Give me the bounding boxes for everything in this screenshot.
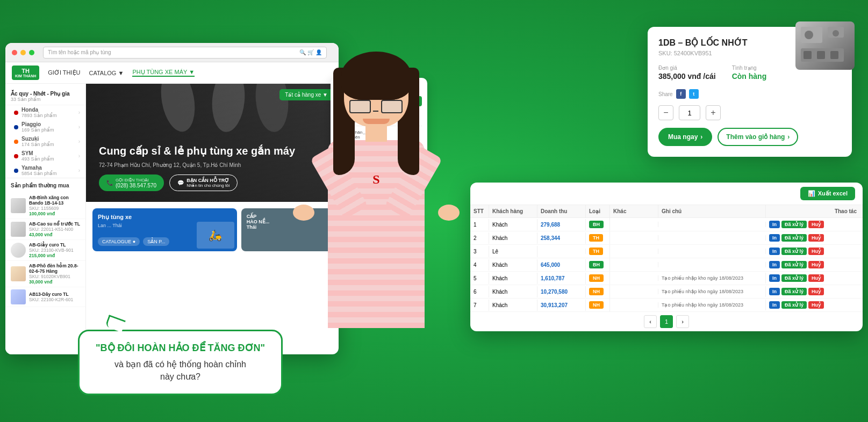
print-button[interactable]: In: [769, 288, 780, 295]
sidebar-yamaha[interactable]: Yamaha 5854 Sản phẩm ›: [5, 163, 85, 178]
list-item[interactable]: AB13-Dây curo TL SKU: 22100-K2R-601: [5, 287, 85, 307]
quantity-increase-button[interactable]: +: [706, 105, 721, 120]
browser-bar: Tìm tên hoặc mã phụ tùng 🔍 🛒 👤: [5, 43, 339, 62]
catalog-card-other[interactable]: CẤPHÀO NỀ...Thái: [241, 208, 332, 251]
table-row: 1 Nhân viên A ...: [336, 128, 422, 147]
cancel-button[interactable]: Huỷ: [808, 221, 824, 228]
customer-cell: Khách: [489, 259, 537, 271]
export-excel-button[interactable]: 📊 Xuất excel: [800, 187, 855, 200]
twitter-share-icon[interactable]: t: [689, 89, 699, 99]
processed-button[interactable]: Đã xử lý: [781, 288, 807, 295]
extra-cell: [610, 235, 658, 241]
quantity-input[interactable]: 1: [679, 105, 700, 120]
actions-cell: In Đã xử lý Huỷ: [766, 299, 860, 311]
nav-item-catalog[interactable]: CATALOG ▼: [89, 70, 124, 76]
extra-cell: [610, 249, 658, 254]
customer-cell: Khách: [489, 219, 537, 230]
actions-cell: In Đã xử lý Huỷ: [766, 285, 860, 298]
sidebar-piaggio[interactable]: Piaggio 169 Sản phẩm ›: [5, 120, 85, 134]
print-button[interactable]: In: [769, 274, 780, 282]
buy-now-button[interactable]: Mua ngay ›: [658, 128, 712, 146]
amount-cell: 30,913,207: [537, 300, 586, 311]
table-row: 4 Khách 645,000 BH In Đã xử lý Huỷ: [470, 258, 863, 272]
filter-icon: ≡: [346, 85, 349, 91]
bubble-sub-text: và bạn đã có hệ thống hoàn chỉnh này chư…: [96, 359, 265, 383]
page-1-button[interactable]: 1: [660, 315, 673, 328]
sidebar-main-category: Ắc quy - Nhớt - Phụ gia 33 Sản phẩm: [5, 88, 85, 105]
support-button[interactable]: 💬 BẠN CẦN HỖ TRỢ Nhấn tin cho chúng tôi: [169, 174, 238, 191]
filter-dropdown[interactable]: Tất cả hàng xe ▼: [279, 89, 333, 100]
row-index: 4: [470, 259, 489, 271]
phone-button[interactable]: 📞 GỌI ĐIỆN THOẠI (028) 38.547.570: [99, 174, 164, 191]
actions-cell: In Đã xử lý Huỷ: [766, 272, 860, 285]
quantity-decrease-button[interactable]: −: [658, 105, 673, 120]
cancel-button[interactable]: Huỷ: [808, 301, 824, 309]
catalog-card-parts[interactable]: Phụ tùng xe Lan ... Thái CATALOGUE ● SẢN…: [92, 208, 237, 251]
products-btn[interactable]: SẢN P...: [143, 237, 169, 246]
print-button[interactable]: In: [769, 261, 780, 268]
cancel-button[interactable]: Huỷ: [808, 248, 824, 255]
badge-cell: NH: [586, 299, 610, 311]
actions-cell: In Đã xử lý Huỷ: [766, 245, 860, 258]
left-website-panel: Tìm tên hoặc mã phụ tùng 🔍 🛒 👤 TH KIM TH…: [5, 43, 339, 354]
cancel-button[interactable]: Huỷ: [808, 234, 824, 242]
print-button[interactable]: In: [769, 234, 780, 242]
status-badge: Còn hàng: [732, 72, 767, 81]
hero-title: Cung cấp sỉ & lẻ phụ tùng xe gắn máy: [99, 144, 326, 158]
processed-button[interactable]: Đã xử lý: [781, 248, 807, 255]
sidebar-suzuki[interactable]: Suzuki 174 Sản phẩm ›: [5, 134, 85, 149]
row-index: 7: [470, 300, 489, 311]
minimize-dot[interactable]: [20, 50, 26, 55]
note-cell: [658, 262, 766, 267]
list-item[interactable]: AB-Giảy curo TL SKU: 23100-KVB-901 215,0…: [5, 240, 85, 261]
list-item[interactable]: AB-Cao su nổ trước TL SKU: 22011-K51-N00…: [5, 219, 85, 240]
cancel-button[interactable]: Huỷ: [808, 261, 824, 268]
add-to-cart-button[interactable]: Thêm vào giỏ hàng ›: [718, 128, 798, 146]
hero-address: 72-74 Phạm Hữu Chí, Phường 12, Quận 5, T…: [99, 162, 326, 168]
sidebar-panel: Ắc quy - Nhớt - Phụ gia 33 Sản phẩm Hond…: [5, 84, 86, 354]
cancel-button[interactable]: Huỷ: [808, 288, 824, 295]
print-button[interactable]: In: [769, 301, 780, 309]
cancel-button[interactable]: Huỷ: [808, 274, 824, 282]
amount-cell: 645,000: [537, 259, 586, 271]
table-pagination: ‹ 1 ›: [470, 312, 863, 331]
table-rows-container: 1 Khách 279,688 BH In Đã xử lý Huỷ 2 Khá…: [470, 218, 863, 312]
customer-cell: Khách: [489, 232, 537, 244]
mini-table-header: STT Nhân viên Doanh thu Khác: [336, 111, 422, 126]
table-row: 3 Lê TH In Đã xử lý Huỷ: [470, 245, 863, 258]
nav-item-intro[interactable]: GIỚI THIỆU: [48, 69, 80, 76]
processed-button[interactable]: Đã xử lý: [781, 274, 807, 282]
badge-cell: TH: [586, 231, 610, 244]
nav-logo: TH KIM THÀNH: [12, 66, 39, 80]
list-item[interactable]: AB-Bình xăng con Bando 1B-14-13 SKU: 115…: [5, 193, 85, 219]
url-bar[interactable]: Tìm tên hoặc mã phụ tùng 🔍 🛒 👤: [43, 47, 327, 59]
customer-cell: Khách: [489, 273, 537, 284]
status-group: Tình trạng Còn hàng: [732, 65, 767, 81]
processed-button[interactable]: Đã xử lý: [781, 234, 807, 242]
hero-buttons: 📞 GỌI ĐIỆN THOẠI (028) 38.547.570 💬 BẠN …: [99, 174, 326, 191]
catalogue-btn[interactable]: CATALOGUE ●: [98, 237, 140, 246]
table-row: 6 Khách 10,270,580 NH Tạo phiếu nhập kho…: [470, 285, 863, 299]
extra-cell: [610, 289, 658, 294]
all-vehicles-dropdown[interactable]: Tất cả hàng xe ▼: [336, 96, 422, 106]
share-row: Share f t: [658, 89, 841, 99]
list-item[interactable]: AB-Phô đèn hỏm 20.8-02-6-75 Hàng SKU: 91…: [5, 261, 85, 287]
website-content: Ắc quy - Nhớt - Phụ gia 33 Sản phẩm Hond…: [5, 84, 339, 354]
processed-button[interactable]: Đã xử lý: [781, 301, 807, 309]
processed-button[interactable]: Đã xử lý: [781, 261, 807, 268]
maximize-dot[interactable]: [29, 50, 34, 55]
next-page-button[interactable]: ›: [676, 315, 689, 328]
print-button[interactable]: In: [769, 248, 780, 255]
speech-bubble: "BỘ ĐÔI HOÀN HẢO ĐỂ TĂNG ĐƠN" và bạn đã …: [78, 330, 283, 395]
quantity-row: − 1 +: [658, 105, 841, 120]
prev-page-button[interactable]: ‹: [644, 315, 657, 328]
processed-button[interactable]: Đã xử lý: [781, 221, 807, 228]
table-header: STT Khách hàng Doanh thu Loại Khác Ghi c…: [470, 205, 863, 218]
facebook-share-icon[interactable]: f: [676, 89, 686, 99]
print-button[interactable]: In: [769, 221, 780, 228]
sidebar-sym[interactable]: SYM 493 Sản phẩm ›: [5, 149, 85, 163]
close-dot[interactable]: [12, 50, 17, 55]
sidebar-honda[interactable]: Honda 7893 Sản phẩm ›: [5, 105, 85, 120]
amount-cell: [537, 249, 586, 254]
nav-item-parts[interactable]: PHỤ TÙNG XE MÁY ▼: [132, 69, 195, 77]
